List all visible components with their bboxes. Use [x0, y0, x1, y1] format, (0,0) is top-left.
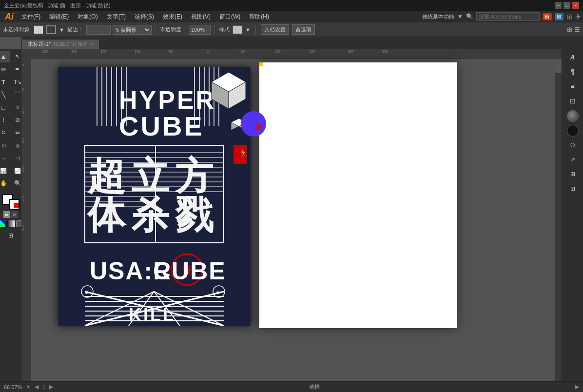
- selection-mode-label: 选择: [309, 383, 320, 391]
- stroke-color-swatch[interactable]: [46, 25, 56, 34]
- svg-text:CUBE: CUBE: [153, 257, 226, 285]
- corner-marker: [259, 62, 263, 66]
- gradient-button[interactable]: [6, 220, 15, 227]
- right-panel-btn-3[interactable]: ≡: [565, 80, 580, 93]
- next-page-button[interactable]: ▶: [49, 384, 53, 390]
- stroke-width-input[interactable]: [86, 25, 111, 35]
- stroke-selector[interactable]: ▼: [59, 27, 64, 33]
- artboard-tool-button[interactable]: ⊞: [4, 230, 18, 241]
- window-controls: ─ □ ×: [555, 2, 579, 9]
- bar-graph-button[interactable]: 📊: [0, 165, 10, 176]
- stock-search-input[interactable]: [476, 12, 540, 21]
- line-tool-button[interactable]: ╲: [0, 89, 10, 100]
- svg-text:立: 立: [131, 155, 170, 197]
- svg-text:体: 体: [86, 194, 127, 236]
- first-option-button[interactable]: 首选项: [292, 24, 315, 35]
- fill-color-swatch[interactable]: [34, 25, 43, 34]
- opacity-input[interactable]: [189, 25, 211, 35]
- scale-tool-button[interactable]: ⊡: [0, 139, 10, 151]
- color-indicator[interactable]: [567, 110, 579, 122]
- close-button[interactable]: ×: [572, 2, 579, 9]
- ruler-left: 0 5 10 15 20 25 30: [21, 49, 31, 392]
- status-bar: 66.67% ▼ ◀ 1 ▶ 选择 ▶: [0, 381, 583, 392]
- tab-title: 未标题-1*: [28, 40, 51, 48]
- st-icon[interactable]: St: [555, 13, 564, 20]
- swap-colors-button[interactable]: ⇄: [3, 211, 10, 218]
- menu-item-text[interactable]: 文字(T): [103, 12, 130, 22]
- title-bar: 全主要(向量线稿 - 功能 颜 - 图形 - 功能 路径) ─ □ ×: [0, 0, 583, 11]
- svg-text:方: 方: [174, 155, 214, 197]
- stroke-type-select[interactable]: 5 点圆形: [113, 25, 152, 35]
- zoom-down-arrow[interactable]: ▼: [26, 384, 31, 390]
- paintbrush-tool-button[interactable]: ⌇: [0, 114, 10, 126]
- document-1-canvas[interactable]: HYPER CUBE: [58, 67, 251, 326]
- right-panel-btn-hex[interactable]: ⬡: [565, 138, 580, 151]
- default-colors-button[interactable]: ⊙: [11, 211, 18, 218]
- layers-expand-icon[interactable]: ☰: [574, 26, 580, 33]
- poster-artwork: HYPER CUBE: [58, 67, 251, 326]
- svg-text:超: 超: [87, 155, 126, 197]
- pen-tool-button[interactable]: ✏: [0, 63, 10, 75]
- stroke-label: 描边：: [67, 26, 83, 33]
- select-tool-group: ▲ ↖: [0, 51, 24, 62]
- svg-text:⊕: ⊕: [216, 290, 220, 295]
- arrange-icon[interactable]: ⊞: [567, 26, 572, 33]
- right-panel-btn-link[interactable]: ↗: [565, 153, 580, 166]
- right-panel-btn-4[interactable]: ⊡: [565, 95, 580, 107]
- grid-icon[interactable]: ⊞: [566, 13, 572, 20]
- rect-tool-button[interactable]: □: [0, 101, 10, 113]
- ruler-top: -250 -200 -150 -100 -50 0 50 100 150 200…: [31, 49, 562, 59]
- cursor-circle: [241, 111, 266, 137]
- hand-tool-button[interactable]: ✋: [0, 177, 10, 189]
- status-right-button[interactable]: ▶: [575, 384, 579, 390]
- menu-item-object[interactable]: 对象(O): [74, 12, 101, 22]
- right-panel-btn-grid[interactable]: ⊞: [565, 182, 580, 195]
- title-bar-text: 全主要(向量线稿 - 功能 颜 - 图形 - 功能 路径): [4, 2, 555, 9]
- prev-page-button[interactable]: ◀: [35, 384, 39, 390]
- maximize-button[interactable]: □: [564, 2, 570, 9]
- color-mode-button[interactable]: [0, 220, 5, 227]
- menu-item-edit[interactable]: 编辑(E): [45, 12, 73, 22]
- opacity-label: 不透明度：: [160, 26, 187, 33]
- dark-circle[interactable]: [567, 125, 579, 137]
- options-toolbar: 未选择对象 ▼ 描边： 5 点圆形 不透明度： 样式 ▼ 文档设置 首选项 ⊞ …: [0, 22, 583, 37]
- svg-text:HYPER: HYPER: [119, 86, 216, 114]
- svg-text:🏃: 🏃: [238, 149, 248, 158]
- right-panel-btn-2[interactable]: ¶: [565, 65, 580, 78]
- menu-item-file[interactable]: 文件(F): [18, 12, 44, 22]
- menu-item-effect[interactable]: 效果(E): [159, 12, 186, 22]
- workspace-label: 传统基本功能: [422, 13, 454, 20]
- rotate-tool-group: ↻ ⇔: [0, 127, 24, 138]
- page-number: 1: [42, 384, 45, 390]
- hand-tool-group: ✋ 🔍: [0, 177, 24, 189]
- svg-text:杀: 杀: [131, 194, 170, 236]
- tab-close-button[interactable]: ×: [90, 41, 93, 47]
- scroll-right[interactable]: [555, 59, 562, 385]
- warp-tool-button[interactable]: ⌣: [0, 152, 10, 164]
- right-panel-btn-1[interactable]: A: [565, 51, 580, 63]
- tab-bar: 未标题-1* RGB/GPU 预览 ×: [21, 37, 583, 49]
- pen-tool-group: ✏ ✒: [0, 63, 24, 75]
- workspace-icon: ▼: [457, 13, 463, 20]
- scale-tool-group: ⊡ ⧅: [0, 139, 24, 151]
- document-setup-button[interactable]: 文档设置: [261, 24, 289, 35]
- type-tool-button[interactable]: T: [0, 76, 10, 88]
- document-tab[interactable]: 未标题-1* RGB/GPU 预览 ×: [21, 39, 99, 49]
- line-tool-group: ╲ ⌒: [0, 89, 24, 100]
- selection-tool-button[interactable]: ▲: [0, 51, 10, 62]
- menu-item-view[interactable]: 视图(V): [187, 12, 214, 22]
- share-icon[interactable]: ✈: [575, 13, 581, 20]
- fill-stroke-indicator: [2, 194, 19, 210]
- no-selection-label: 未选择对象: [3, 26, 30, 33]
- style-swatch[interactable]: [233, 25, 242, 34]
- style-arrow[interactable]: ▼: [245, 27, 251, 33]
- right-panel-btn-layers[interactable]: ⊞: [565, 168, 580, 180]
- canvas-area: -250 -200 -150 -100 -50 0 50 100 150 200…: [21, 49, 562, 392]
- br-icon[interactable]: Br: [543, 13, 552, 20]
- document-2-canvas[interactable]: [259, 62, 457, 328]
- rotate-tool-button[interactable]: ↻: [0, 127, 10, 138]
- menu-item-select[interactable]: 选择(S): [131, 12, 158, 22]
- menu-item-window[interactable]: 窗口(W): [215, 12, 244, 22]
- minimize-button[interactable]: ─: [555, 2, 562, 9]
- menu-item-help[interactable]: 帮助(H): [245, 12, 273, 22]
